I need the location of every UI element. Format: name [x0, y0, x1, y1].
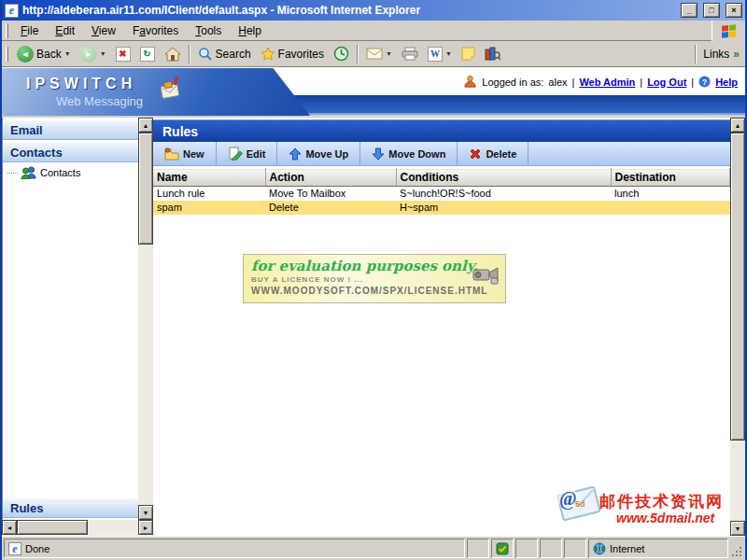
status-text: Done [25, 543, 49, 554]
eval-line2: BUY A LICENCE NOW ! ... [251, 274, 498, 285]
column-header-conditions[interactable]: Conditions [396, 169, 611, 187]
print-icon [402, 47, 418, 61]
status-pane [540, 539, 562, 558]
sidebar-horizontal-scrollbar[interactable]: ◄ ► [2, 520, 153, 536]
forward-icon: ► [80, 46, 97, 63]
menu-tools[interactable]: Tools [187, 22, 230, 39]
table-row-selected[interactable]: spam Delete H~spam [153, 201, 730, 215]
contacts-icon [21, 166, 37, 179]
browser-window: e http://aldeberan.air11.com/IClient/def… [0, 0, 747, 560]
search-icon [198, 47, 213, 62]
menu-edit[interactable]: Edit [47, 22, 83, 39]
favorites-button[interactable]: Favorites [256, 45, 329, 63]
rules-panel-title: Rules [153, 119, 730, 142]
toolbar-grip[interactable] [6, 23, 8, 38]
back-dropdown-icon[interactable]: ▼ [64, 50, 71, 57]
scrollbar-thumb[interactable] [138, 133, 153, 245]
delete-button[interactable]: Delete [458, 142, 529, 165]
search-button[interactable]: Search [193, 45, 256, 63]
eval-line3: WWW.MOODYSOFT.COM/SPX/LICENSE.HTML [251, 285, 498, 297]
rules-toolbar: New Edit Move Up Move Down Delete [153, 142, 730, 166]
forward-dropdown-icon[interactable]: ▼ [100, 50, 106, 57]
page-vertical-scrollbar[interactable]: ▲ ▼ [730, 118, 745, 536]
research-button[interactable] [480, 45, 505, 63]
ipswitch-banner: IPSWITCH Web Messaging [2, 68, 310, 116]
links-chevron-icon[interactable]: » [733, 48, 740, 61]
mail-dropdown-icon[interactable]: ▼ [386, 50, 392, 57]
status-pane [564, 539, 586, 558]
rules-panel: Rules New Edit Move Up Move Down [153, 118, 730, 536]
toolbar-separator [695, 45, 697, 63]
move-up-button[interactable]: Move Up [277, 142, 360, 165]
site-watermark: @ 5d 邮件技术资讯网 www.5dmail.net [555, 482, 730, 534]
scroll-down-icon[interactable]: ▼ [138, 505, 153, 520]
sidebar-item-contacts[interactable]: Contacts [3, 162, 138, 183]
page-header: IPSWITCH Web Messaging Logged in as: ale… [2, 67, 745, 115]
edit-button[interactable]: Edit [217, 142, 278, 165]
title-bar: e http://aldeberan.air11.com/IClient/def… [2, 0, 745, 21]
sidebar-section-contacts[interactable]: Contacts [3, 142, 138, 162]
move-down-button[interactable]: Move Down [360, 142, 458, 165]
scroll-up-icon[interactable]: ▲ [730, 118, 745, 133]
maximize-button[interactable]: □ [703, 3, 720, 18]
edit-icon [228, 147, 243, 161]
camcorder-icon [472, 264, 501, 288]
help-icon: ? [698, 76, 711, 88]
sidebar: Email Contacts Contacts Rules [2, 118, 138, 520]
stop-button[interactable]: ✖ [111, 45, 135, 63]
menu-view[interactable]: View [83, 22, 124, 39]
resize-grip[interactable] [730, 539, 743, 558]
word-icon: W [428, 47, 443, 62]
status-done-pane: e Done [4, 539, 465, 558]
status-pane-indicator [491, 539, 514, 558]
site-watermark-cn: 邮件技术资讯网 [599, 491, 724, 512]
toolbar-grip[interactable] [6, 47, 8, 62]
scroll-down-icon[interactable]: ▼ [730, 521, 745, 536]
new-button[interactable]: New [153, 142, 217, 165]
close-button[interactable]: × [726, 3, 742, 18]
scroll-left-icon[interactable]: ◄ [2, 520, 17, 535]
mail-button[interactable]: ▼ [361, 46, 397, 62]
mail-icon [366, 48, 383, 60]
menu-file[interactable]: File [12, 22, 47, 39]
home-button[interactable] [160, 45, 186, 63]
svg-text:@: @ [559, 488, 577, 510]
back-button[interactable]: ◄ Back ▼ [12, 44, 76, 64]
back-icon: ◄ [17, 46, 34, 63]
edit-with-word-button[interactable]: W ▼ [423, 45, 457, 63]
status-pane [467, 539, 489, 558]
minimize-button[interactable]: _ [681, 3, 698, 18]
menu-favorites[interactable]: Favorites [124, 22, 187, 39]
sidebar-section-rules[interactable]: Rules [3, 497, 138, 518]
scroll-right-icon[interactable]: ► [138, 520, 153, 535]
forward-button[interactable]: ► ▼ [76, 44, 111, 64]
column-header-action[interactable]: Action [265, 169, 396, 187]
word-dropdown-icon[interactable]: ▼ [445, 50, 452, 57]
sidebar-item-label: Contacts [40, 167, 80, 178]
print-button[interactable] [397, 45, 423, 63]
status-check-icon [496, 542, 509, 555]
refresh-button[interactable]: ↻ [135, 45, 160, 63]
scrollbar-thumb[interactable] [17, 520, 88, 535]
log-out-link[interactable]: Log Out [647, 77, 686, 88]
history-button[interactable] [329, 44, 354, 63]
notes-button[interactable] [457, 45, 480, 63]
links-bar[interactable]: Links » [692, 45, 743, 63]
sidebar-vertical-scrollbar[interactable]: ▲ ▼ [138, 118, 153, 520]
note-icon [461, 47, 475, 61]
help-link[interactable]: Help [715, 77, 738, 88]
research-books-icon [485, 47, 500, 61]
menu-help[interactable]: Help [230, 22, 270, 39]
mailbox-logo-icon [157, 75, 185, 105]
column-header-destination[interactable]: Destination [611, 169, 730, 187]
page-content: Email Contacts Contacts Rules ▲ ▼ ◄ ► Ru… [2, 118, 745, 536]
scrollbar-thumb[interactable] [730, 133, 745, 441]
sidebar-section-email[interactable]: Email [3, 119, 138, 140]
scroll-up-icon[interactable]: ▲ [138, 118, 153, 133]
column-header-name[interactable]: Name [153, 169, 265, 187]
move-up-icon [289, 147, 302, 161]
windows-flag-icon [712, 21, 745, 41]
table-row[interactable]: Lunch rule Move To Mailbox S~lunch!OR!S~… [153, 187, 730, 201]
web-admin-link[interactable]: Web Admin [579, 77, 635, 88]
svg-text:?: ? [702, 77, 707, 87]
